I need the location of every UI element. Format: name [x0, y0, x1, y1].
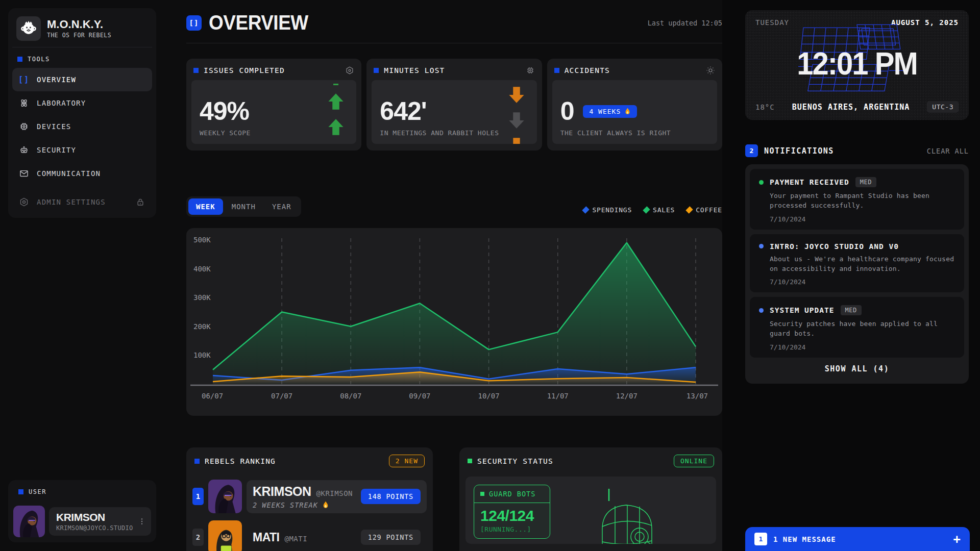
stat-label: IN MEETINGS AND RABBIT HOLES: [380, 129, 499, 137]
security-title: SECURITY STATUS: [477, 457, 669, 465]
diamond-icon: [582, 206, 590, 213]
section-square-icon: [18, 489, 23, 494]
stat-card-minutes: MINUTES LOST 642' IN MEETINGS AND RABBIT…: [366, 59, 542, 151]
chart-legend: SPENDINGS SALES COFFEE: [583, 206, 722, 217]
card-square-icon: [374, 68, 379, 73]
sidebar-item-overview[interactable]: [] OVERVIEW: [12, 68, 152, 91]
stat-card-issues: ISSUES COMPLETED 49% WEEKLY SCOPE: [186, 59, 361, 151]
weekday: TUESDAY: [755, 18, 789, 27]
sidebar-item-devices[interactable]: DEVICES: [12, 115, 152, 138]
svg-text:06/07: 06/07: [202, 392, 223, 400]
user-email: KRIMSON@JOYCO.STUDIO: [56, 524, 138, 532]
arrow-up-icon: [327, 92, 345, 111]
tab-month[interactable]: MONTH: [224, 198, 263, 215]
svg-text:400K: 400K: [193, 265, 211, 273]
range-tabs: WEEK MONTH YEAR: [186, 196, 301, 217]
app-tagline: THE OS FOR REBELS: [47, 32, 111, 39]
stat-label: THE CLIENT ALWAYS IS RIGHT: [560, 129, 671, 137]
stat-title: MINUTES LOST: [384, 66, 520, 74]
notification-intro[interactable]: INTRO: JOYCO STUDIO AND V0 About us - We…: [750, 234, 964, 293]
stat-title: ISSUES COMPLETED: [204, 66, 340, 74]
message-count-badge: 1: [754, 533, 767, 545]
card-square-icon: [468, 459, 472, 463]
tools-section-label: TOOLS: [12, 47, 152, 68]
legend-coffee[interactable]: COFFEE: [687, 206, 722, 214]
new-count-badge: 2 NEW: [389, 455, 425, 467]
kebab-icon[interactable]: [138, 517, 146, 525]
notification-system-update[interactable]: SYSTEM UPDATE MED Security patches have …: [750, 297, 964, 358]
robot-wireframe-graphic: [595, 486, 661, 544]
points-badge: 129 POINTS: [361, 530, 421, 545]
sidebar-item-laboratory[interactable]: LABORATORY: [12, 91, 152, 115]
arrow-down-icon: [507, 111, 526, 130]
avatar: [208, 520, 242, 551]
clear-all-button[interactable]: CLEAR ALL: [927, 147, 969, 155]
card-square-icon: [194, 459, 200, 464]
card-square-icon: [554, 68, 559, 73]
chip-icon: [18, 121, 30, 132]
arrow-down-icon: [507, 86, 526, 104]
legend-spendings[interactable]: SPENDINGS: [583, 206, 632, 214]
stat-value: 49%: [200, 98, 251, 124]
mail-icon: [18, 168, 30, 179]
right-panel: TUESDAY AUGUST 5, 2025: [722, 0, 980, 551]
notification-date: 7/10/2024: [770, 278, 955, 286]
tab-year[interactable]: YEAR: [264, 198, 299, 215]
square-icon: [480, 492, 484, 496]
notification-count-badge: 2: [745, 144, 758, 157]
notifications-list: PAYMENT RECEIVED MED Your payment to Ram…: [745, 164, 969, 384]
chip-gear-icon[interactable]: [526, 66, 535, 75]
severity-badge: MED: [841, 305, 862, 315]
rebel-handle: @MATI: [285, 535, 308, 543]
burst-icon[interactable]: [706, 66, 715, 75]
sidebar-item-security[interactable]: SECURITY: [12, 138, 152, 162]
stats-row: ISSUES COMPLETED 49% WEEKLY SCOPE: [186, 59, 722, 151]
ranking-row-1[interactable]: 1 KRIMSON @KRIMSON: [192, 480, 427, 513]
settings-gear-icon[interactable]: [345, 66, 354, 75]
arrow-up-icon: [327, 118, 345, 136]
svg-text:11/07: 11/07: [547, 392, 569, 400]
page-title: OVERVIEW: [209, 11, 308, 34]
user-card: USER KRIMSON KRIMSON@JOYCO.STUDIO: [8, 480, 156, 542]
rebel-name: MATI: [253, 531, 280, 544]
tab-week[interactable]: WEEK: [188, 198, 223, 215]
status-dot: [759, 244, 764, 248]
flame-icon: [624, 108, 631, 115]
rebel-streak: 2 WEEKS STREAK: [253, 501, 361, 509]
stat-card-accidents: ACCIDENTS 0 4 WEEKS: [547, 59, 722, 151]
online-status-badge: ONLINE: [674, 455, 714, 467]
notification-payment[interactable]: PAYMENT RECEIVED MED Your payment to Ram…: [750, 169, 964, 230]
svg-text:300K: 300K: [193, 293, 211, 302]
ranking-row-2[interactable]: 2 MATI @: [192, 520, 427, 551]
status-dot: [759, 308, 764, 313]
guard-bots-state: [RUNNING...]: [474, 524, 550, 538]
trend-up-arrows: [327, 80, 345, 144]
temperature: 18°C: [755, 103, 775, 111]
svg-text:200K: 200K: [193, 322, 211, 331]
clock-card: TUESDAY AUGUST 5, 2025: [745, 10, 969, 120]
sidebar: M.O.N.K.Y. THE OS FOR REBELS TOOLS [] OV…: [0, 0, 156, 551]
brackets-icon: []: [18, 75, 30, 84]
rank-badge: 2: [192, 529, 204, 546]
area-chart[interactable]: 500K400K300K200K100K06/0707/0708/0709/07…: [186, 228, 722, 416]
guard-bots-box: GUARD BOTS 124/124 [RUNNING...]: [474, 485, 550, 539]
new-message-bar[interactable]: 1 1 NEW MESSAGE +: [745, 527, 970, 551]
security-status-card: SECURITY STATUS ONLINE GUARD BOTS 124/12…: [459, 447, 722, 551]
show-all-button[interactable]: SHOW ALL (4): [750, 358, 964, 379]
user-avatar: [13, 506, 45, 537]
card-square-icon: [193, 68, 199, 73]
legend-sales[interactable]: SALES: [644, 206, 675, 214]
sidebar-item-communication[interactable]: COMMUNICATION: [12, 162, 152, 185]
user-name: KRIMSON: [56, 511, 138, 523]
flame-icon: [322, 501, 329, 509]
rebel-handle: @KRIMSON: [316, 489, 353, 497]
ranking-title: REBELS RANKING: [205, 457, 384, 465]
main-header: [] OVERVIEW Last updated 12:05: [186, 0, 722, 34]
notifications-title: NOTIFICATIONS: [764, 146, 921, 156]
rank-badge: 1: [192, 488, 204, 505]
sidebar-item-admin-settings[interactable]: ADMIN SETTINGS: [12, 190, 152, 214]
user-section-label: USER: [13, 485, 151, 500]
plus-icon[interactable]: +: [953, 533, 961, 545]
svg-text:500K: 500K: [193, 236, 211, 244]
streak-badge: 4 WEEKS: [583, 105, 637, 118]
